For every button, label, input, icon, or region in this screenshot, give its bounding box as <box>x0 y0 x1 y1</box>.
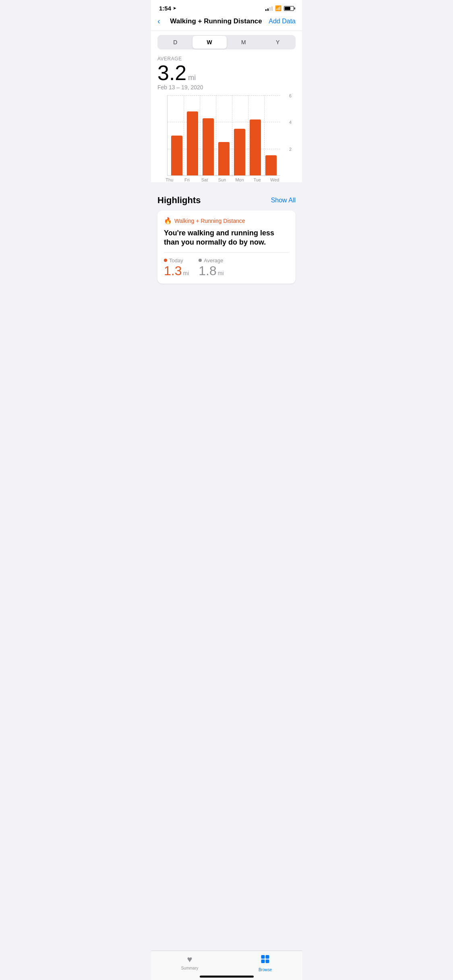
stats-value: 3.2 mi <box>157 62 296 83</box>
x-label-mon: Mon <box>231 177 248 182</box>
battery-fill <box>285 7 290 10</box>
signal-bar-1 <box>265 9 267 11</box>
bar-sun <box>216 95 232 175</box>
today-unit: mi <box>183 270 189 276</box>
y-label-2: 2 <box>289 147 292 152</box>
average-dot <box>199 259 202 262</box>
card-category-text: Walking + Running Distance <box>174 218 245 224</box>
highlights-title: Highlights <box>157 195 201 206</box>
battery-icon <box>284 6 294 11</box>
average-label: Average <box>199 257 223 264</box>
card-message: You're walking and running less than you… <box>164 229 289 253</box>
average-value: 1.8 <box>199 264 216 277</box>
chart-area: 6 4 2 <box>167 95 280 176</box>
status-bar: 1:54 ➤ 📶 <box>151 0 302 13</box>
signal-bar-2 <box>267 8 269 11</box>
stats-unit: mi <box>188 74 196 82</box>
add-data-button[interactable]: Add Data <box>269 18 296 25</box>
signal-bar-4 <box>271 6 273 11</box>
today-dot <box>164 259 167 262</box>
signal-bars <box>265 6 273 11</box>
show-all-button[interactable]: Show All <box>271 197 296 204</box>
x-label-fri: Fri <box>178 177 196 182</box>
bars-wrapper <box>168 95 280 175</box>
chart-container: 6 4 2 <box>151 95 302 182</box>
bar-tue <box>247 95 263 175</box>
segment-week[interactable]: W <box>192 36 227 49</box>
flame-icon: 🔥 <box>164 217 172 224</box>
highlights-section: Highlights Show All 🔥 Walking + Running … <box>151 187 302 284</box>
stats-label: AVERAGE <box>157 56 296 62</box>
highlight-card: 🔥 Walking + Running Distance You're walk… <box>157 210 296 284</box>
bar-thu <box>169 95 185 175</box>
segment-wrapper: D W M Y <box>151 31 302 54</box>
today-label: Today <box>164 257 189 264</box>
segment-day[interactable]: D <box>158 36 192 49</box>
stats-number: 3.2 <box>157 62 186 83</box>
status-icons: 📶 <box>265 5 294 11</box>
chart-x-labels: Thu Fri Sat Sun Mon Tue Wed <box>161 177 283 182</box>
average-unit: mi <box>218 270 224 276</box>
x-label-sun: Sun <box>213 177 231 182</box>
card-category: 🔥 Walking + Running Distance <box>164 217 289 224</box>
location-icon: ➤ <box>173 6 176 11</box>
segment-month[interactable]: M <box>227 36 261 49</box>
page-title: Walking + Running Distance <box>163 17 269 25</box>
back-button[interactable]: ‹ <box>157 16 160 26</box>
segment-control: D W M Y <box>157 35 296 49</box>
y-label-6: 6 <box>289 93 292 98</box>
x-label-wed: Wed <box>266 177 283 182</box>
stats-section: AVERAGE 3.2 mi Feb 13 – 19, 2020 <box>151 54 302 95</box>
bar-mon <box>232 95 247 175</box>
x-label-thu: Thu <box>161 177 178 182</box>
x-label-tue: Tue <box>248 177 266 182</box>
wifi-icon: 📶 <box>275 5 281 11</box>
today-value: 1.3 <box>164 264 182 277</box>
status-time: 1:54 <box>159 5 171 12</box>
signal-bar-3 <box>269 7 271 11</box>
card-stat-today: Today 1.3 mi <box>164 257 189 277</box>
bar-wed <box>263 95 279 175</box>
y-label-4: 4 <box>289 120 292 125</box>
nav-header: ‹ Walking + Running Distance Add Data <box>151 13 302 31</box>
x-label-sat: Sat <box>196 177 213 182</box>
card-stat-average: Average 1.8 mi <box>199 257 223 277</box>
segment-year[interactable]: Y <box>261 36 295 49</box>
bar-fri <box>185 95 201 175</box>
bar-sat <box>201 95 216 175</box>
card-stats: Today 1.3 mi Average 1.8 mi <box>164 257 289 277</box>
highlights-header: Highlights Show All <box>157 195 296 206</box>
stats-date: Feb 13 – 19, 2020 <box>157 84 296 91</box>
